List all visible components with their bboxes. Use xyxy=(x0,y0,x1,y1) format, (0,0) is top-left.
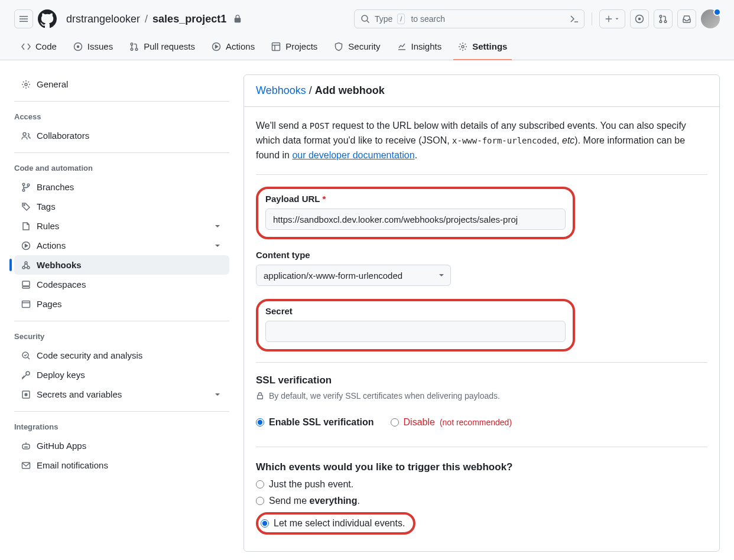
chevron-down-icon xyxy=(213,390,222,399)
codescan-icon xyxy=(21,351,31,360)
content-type-select[interactable]: application/x-www-form-urlencoded xyxy=(256,265,451,286)
sidebar-item-email-notifications[interactable]: Email notifications xyxy=(14,455,229,475)
events-question: Which events would you like to trigger t… xyxy=(256,461,707,473)
svg-point-7 xyxy=(77,45,79,47)
svg-point-10 xyxy=(135,48,138,50)
content-panel: Webhooks / Add webhook We'll send a POST… xyxy=(243,74,720,552)
svg-point-16 xyxy=(22,183,25,185)
sidebar-item-webhooks[interactable]: Webhooks xyxy=(14,255,229,275)
events-select-option[interactable]: Let me select individual events. xyxy=(261,518,405,529)
pull-requests-tray-button[interactable] xyxy=(654,9,673,28)
tab-code[interactable]: Code xyxy=(14,35,64,60)
secret-input[interactable] xyxy=(265,321,566,342)
issues-tray-button[interactable] xyxy=(630,9,649,28)
sidebar-secrets-label: Secrets and variables xyxy=(37,389,122,399)
svg-point-17 xyxy=(22,189,25,191)
tab-projects[interactable]: Projects xyxy=(264,35,324,60)
sidebar-item-actions[interactable]: Actions xyxy=(14,236,229,255)
sidebar-item-code-security[interactable]: Code security and analysis xyxy=(14,346,229,365)
sidebar-item-general[interactable]: General xyxy=(14,74,229,94)
svg-point-18 xyxy=(27,184,30,186)
sidebar-group-security: Security xyxy=(14,321,229,346)
sidebar-group-code: Code and automation xyxy=(14,153,229,177)
sidebar-codespaces-label: Codespaces xyxy=(37,279,86,289)
ssl-disable-radio[interactable] xyxy=(391,418,399,426)
sidebar-item-codespaces[interactable]: Codespaces xyxy=(14,275,229,294)
content-breadcrumb: Webhooks / Add webhook xyxy=(244,75,719,107)
notifications-button[interactable] xyxy=(677,9,696,28)
tab-settings-label: Settings xyxy=(472,41,507,51)
repo-link[interactable]: sales_project1 xyxy=(152,13,226,25)
owner-link[interactable]: drstrangelooker xyxy=(66,13,140,25)
payload-url-label: Payload URL * xyxy=(265,194,566,204)
svg-point-2 xyxy=(639,18,641,20)
events-everything-radio[interactable] xyxy=(256,497,264,505)
svg-point-0 xyxy=(362,15,368,21)
secret-highlight: Secret xyxy=(256,299,575,351)
svg-point-22 xyxy=(27,266,30,269)
events-select-highlight: Let me select individual events. xyxy=(256,512,415,535)
create-new-button[interactable] xyxy=(599,9,625,28)
sidebar-item-branches[interactable]: Branches xyxy=(14,177,229,197)
code-icon xyxy=(21,42,31,51)
svg-point-15 xyxy=(23,132,26,135)
tab-issues-label: Issues xyxy=(87,41,113,51)
tab-security[interactable]: Security xyxy=(327,35,387,60)
user-avatar[interactable] xyxy=(701,9,720,28)
svg-point-23 xyxy=(25,262,27,264)
sidebar-tags-label: Tags xyxy=(37,201,56,211)
secret-label: Secret xyxy=(265,306,566,316)
svg-point-5 xyxy=(664,21,667,23)
svg-point-19 xyxy=(24,204,25,206)
sidebar-item-deploy-keys[interactable]: Deploy keys xyxy=(14,365,229,385)
developer-docs-link[interactable]: our developer documentation xyxy=(292,150,414,160)
lock-icon xyxy=(233,15,242,23)
graph-icon xyxy=(397,42,407,51)
search-input[interactable]: Type / to search xyxy=(354,9,584,28)
svg-point-9 xyxy=(131,48,133,50)
tab-pull-requests[interactable]: Pull requests xyxy=(122,35,202,60)
webhook-icon xyxy=(21,261,31,270)
payload-url-input[interactable] xyxy=(265,209,566,230)
search-placeholder-prefix: Type xyxy=(375,14,392,24)
events-just-push-radio[interactable] xyxy=(256,480,264,489)
codespaces-icon xyxy=(21,280,31,289)
svg-point-14 xyxy=(25,83,27,86)
sidebar-item-rules[interactable]: Rules xyxy=(14,216,229,236)
hubot-icon xyxy=(21,441,31,451)
svg-rect-26 xyxy=(22,301,30,307)
tab-issues[interactable]: Issues xyxy=(66,35,120,60)
sidebar-item-github-apps[interactable]: GitHub Apps xyxy=(14,436,229,455)
tab-actions[interactable]: Actions xyxy=(204,35,262,60)
webhooks-link[interactable]: Webhooks xyxy=(256,84,306,96)
plus-icon xyxy=(605,15,613,23)
github-logo-icon[interactable] xyxy=(38,9,57,28)
tab-actions-label: Actions xyxy=(226,41,255,51)
sidebar-item-tags[interactable]: Tags xyxy=(14,197,229,216)
tab-settings[interactable]: Settings xyxy=(451,35,514,60)
svg-point-21 xyxy=(22,266,25,269)
sidebar-webhooks-label: Webhooks xyxy=(37,260,82,270)
tab-insights[interactable]: Insights xyxy=(390,35,449,60)
ssl-enable-radio[interactable] xyxy=(256,418,264,426)
tag-icon xyxy=(21,202,31,211)
sidebar-item-collaborators[interactable]: Collaborators xyxy=(14,126,229,145)
svg-point-8 xyxy=(131,43,133,45)
events-just-push-option[interactable]: Just the push event. xyxy=(256,479,707,490)
ssl-enable-option[interactable]: Enable SSL verification xyxy=(256,417,374,428)
chevron-down-icon xyxy=(213,222,222,231)
breadcrumb-separator: / xyxy=(145,13,148,25)
command-palette-icon[interactable] xyxy=(570,14,579,24)
ssl-disable-option[interactable]: Disable (not recommended) xyxy=(391,417,512,428)
hamburger-menu-button[interactable] xyxy=(14,9,33,28)
sidebar-pages-label: Pages xyxy=(37,299,62,309)
sidebar-item-pages[interactable]: Pages xyxy=(14,294,229,314)
svg-rect-24 xyxy=(22,281,30,286)
inbox-icon xyxy=(682,14,691,24)
sidebar-item-secrets[interactable]: Secrets and variables xyxy=(14,385,229,404)
events-everything-option[interactable]: Send me everything. xyxy=(256,496,707,506)
sidebar-github-apps-label: GitHub Apps xyxy=(37,441,86,451)
browser-icon xyxy=(21,299,31,309)
tab-code-label: Code xyxy=(35,41,57,51)
events-select-radio[interactable] xyxy=(261,519,269,528)
